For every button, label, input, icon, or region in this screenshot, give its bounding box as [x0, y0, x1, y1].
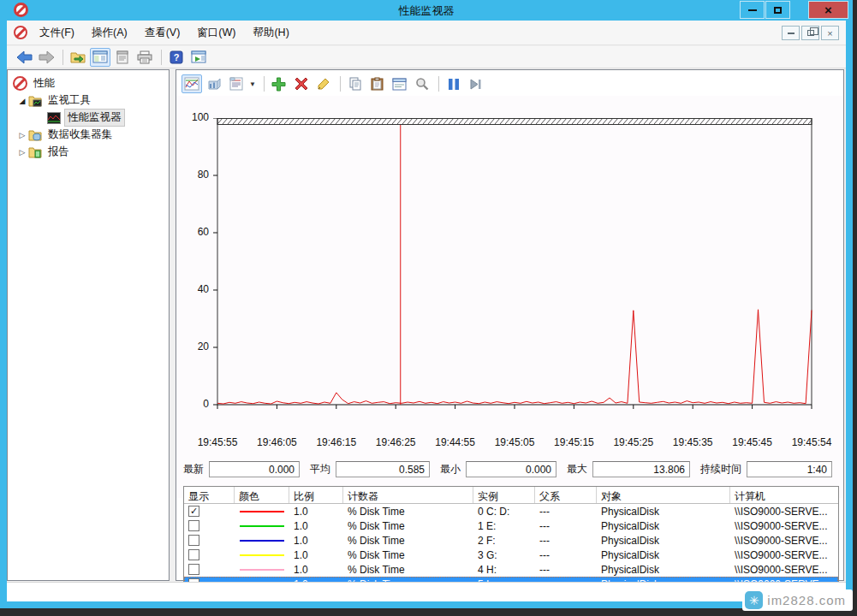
chart-type-dropdown-caret[interactable]: ▼ — [249, 80, 256, 88]
tree-item-label: 数据收集器集 — [45, 127, 115, 143]
counter-cell: % Disk Time — [343, 506, 473, 518]
header-color[interactable]: 颜色 — [235, 487, 289, 503]
title-bar[interactable]: 性能监视器 × — [0, 0, 853, 21]
data-collector-folder-icon — [28, 129, 42, 141]
x-tick-label: 19:46:25 — [376, 436, 416, 448]
paste-counter-list-button[interactable] — [367, 74, 388, 93]
color-swatch — [240, 554, 284, 556]
print-button[interactable] — [134, 48, 155, 67]
new-window-button[interactable] — [188, 48, 209, 67]
header-instance[interactable]: 实例 — [473, 487, 535, 503]
minimize-button[interactable] — [740, 1, 765, 19]
add-counter-button[interactable] — [269, 74, 289, 93]
collapsed-arrow-icon[interactable]: ▷ — [16, 148, 28, 157]
latest-value: 0.000 — [209, 461, 300, 477]
menu-window[interactable]: 窗口(W) — [188, 22, 244, 44]
properties-dialog-button[interactable] — [112, 48, 133, 67]
counter-row[interactable]: 1.0% Disk Time4 H:---PhysicalDisk\\ISO90… — [184, 562, 838, 577]
counter-row[interactable]: 1.0% Disk Time3 G:---PhysicalDisk\\ISO90… — [184, 548, 838, 562]
menu-file[interactable]: 文件(F) — [31, 22, 83, 44]
close-button[interactable]: × — [808, 1, 848, 19]
checkbox-unchecked[interactable] — [188, 520, 199, 531]
checkbox-unchecked[interactable] — [188, 549, 199, 560]
tree-item-label: 报告 — [45, 144, 72, 160]
maximize-button[interactable] — [765, 1, 790, 19]
counter-cell: % Disk Time — [343, 564, 473, 576]
expanded-arrow-icon[interactable]: ◢ — [16, 97, 28, 105]
counter-row[interactable]: ✓1.0% Disk Time0 C: D:---PhysicalDisk\\I… — [184, 504, 838, 518]
min-label: 最小 — [440, 462, 461, 477]
highlight-button[interactable] — [313, 74, 334, 93]
menu-help[interactable]: 帮助(H) — [244, 22, 297, 44]
collapsed-arrow-icon[interactable]: ▷ — [16, 131, 28, 139]
chart-properties-button[interactable] — [390, 74, 410, 93]
property-sheet-icon — [116, 50, 129, 64]
report-view-button[interactable] — [226, 74, 247, 93]
tree-root-performance[interactable]: 性能 — [8, 75, 169, 92]
update-data-button[interactable] — [466, 74, 486, 93]
child-close-button[interactable]: × — [821, 26, 839, 40]
scale-cell: 1.0 — [289, 549, 343, 561]
menu-view[interactable]: 查看(V) — [136, 22, 189, 44]
disk-time-series-line — [217, 310, 812, 404]
show-hide-console-tree-button[interactable] — [90, 48, 110, 67]
properties-icon — [392, 78, 407, 91]
counter-row[interactable]: 1.0% Disk Time1 E:---PhysicalDisk\\ISO90… — [184, 518, 838, 533]
freeze-display-button[interactable] — [443, 74, 464, 93]
child-minimize-button[interactable] — [782, 26, 800, 40]
computer-cell: \\ISO9000-SERVE... — [730, 520, 838, 532]
header-show[interactable]: 显示 — [184, 487, 235, 503]
header-scale[interactable]: 比例 — [289, 487, 343, 503]
header-parent[interactable]: 父系 — [535, 487, 597, 503]
tree-item-performance-monitor[interactable]: 性能监视器 — [8, 110, 169, 126]
zoom-button[interactable] — [412, 74, 432, 93]
console-tree: 性能 ◢ 监视工具 性能监视器 ▷ 数据收集器集 — [7, 69, 170, 581]
help-button[interactable]: ? — [166, 48, 187, 67]
average-value: 0.585 — [336, 461, 430, 477]
x-tick-label: 19:45:45 — [732, 436, 772, 448]
header-computer[interactable]: 计算机 — [730, 487, 838, 503]
copy-properties-button[interactable] — [345, 74, 366, 93]
checkbox-unchecked[interactable] — [188, 535, 199, 546]
back-button[interactable] — [14, 48, 34, 67]
copy-icon — [348, 77, 362, 91]
x-tick-label: 19:45:35 — [673, 436, 713, 448]
computer-cell: \\ISO9000-SERVE... — [730, 564, 838, 576]
tree-item-label-selected: 性能监视器 — [64, 109, 125, 127]
export-folder-icon — [70, 50, 86, 63]
counter-row[interactable]: 1.0% Disk Time2 F:---PhysicalDisk\\ISO90… — [184, 533, 838, 548]
counter-legend: 显示 颜色 比例 计数器 实例 父系 对象 计算机 ✓1.0% Disk Tim… — [183, 486, 839, 592]
y-tick-label: 40 — [176, 283, 209, 295]
child-restore-icon — [807, 30, 814, 36]
delete-counter-button[interactable] — [291, 74, 312, 93]
header-counter[interactable]: 计数器 — [343, 487, 473, 503]
checkbox-checked[interactable]: ✓ — [188, 506, 199, 517]
header-object[interactable]: 对象 — [597, 487, 730, 503]
offscale-hatch-band — [217, 119, 812, 125]
monitoring-tools-folder-icon — [28, 95, 42, 107]
duration-value: 1:40 — [747, 461, 832, 477]
scale-cell: 1.0 — [289, 520, 343, 532]
child-restore-button[interactable] — [801, 26, 819, 40]
close-icon: × — [824, 3, 832, 17]
histogram-view-button[interactable] — [204, 74, 224, 93]
forward-button[interactable] — [36, 48, 57, 67]
add-icon — [271, 77, 286, 92]
export-button[interactable] — [68, 48, 88, 67]
child-close-icon: × — [827, 28, 832, 38]
tree-item-reports[interactable]: ▷ 报告 — [8, 144, 169, 160]
view-current-activity-button[interactable] — [182, 74, 202, 93]
y-tick-label: 80 — [176, 169, 209, 181]
checkbox-unchecked[interactable] — [188, 564, 199, 575]
menu-action[interactable]: 操作(A) — [83, 22, 136, 44]
tree-item-data-collector-sets[interactable]: ▷ 数据收集器集 — [8, 127, 169, 143]
window-title: 性能监视器 — [0, 3, 853, 19]
line-chart-icon — [184, 77, 199, 91]
x-tick-label: 19:45:54 — [792, 436, 832, 448]
report-icon — [229, 77, 244, 91]
tree-item-monitoring-tools[interactable]: ◢ 监视工具 — [8, 92, 169, 109]
counter-cell: % Disk Time — [343, 520, 473, 532]
parent-cell: --- — [535, 520, 597, 532]
computer-cell: \\ISO9000-SERVE... — [730, 535, 838, 547]
scale-cell: 1.0 — [289, 564, 343, 576]
